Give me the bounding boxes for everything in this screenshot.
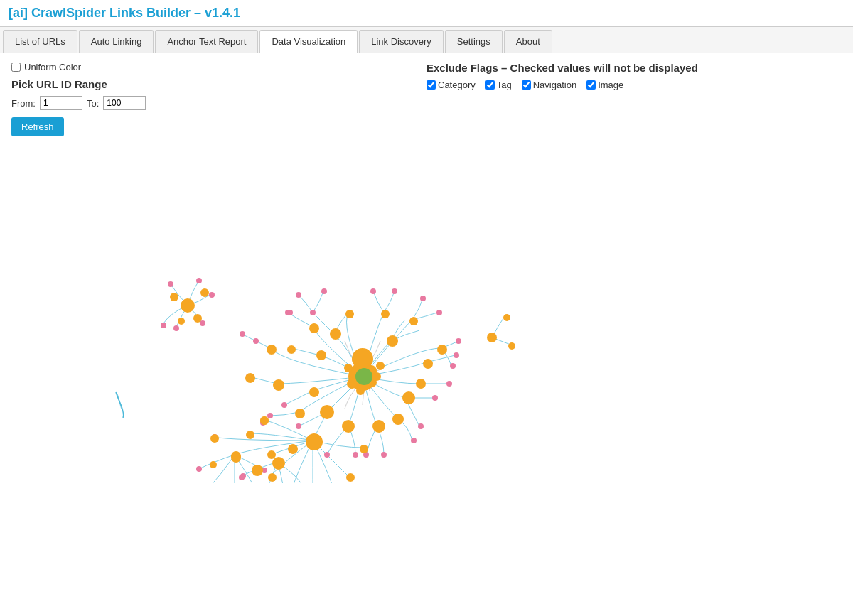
svg-point-91 bbox=[381, 310, 390, 318]
svg-point-106 bbox=[360, 445, 368, 453]
svg-point-14 bbox=[450, 363, 456, 369]
svg-point-26 bbox=[253, 338, 259, 344]
pick-url-label: Pick URL ID Range bbox=[11, 78, 426, 90]
svg-point-9 bbox=[370, 288, 376, 294]
svg-point-21 bbox=[353, 452, 358, 458]
svg-point-62 bbox=[487, 333, 497, 342]
svg-point-12 bbox=[436, 310, 442, 315]
svg-point-83 bbox=[423, 359, 433, 369]
refresh-button[interactable]: Refresh bbox=[11, 117, 64, 136]
svg-point-85 bbox=[309, 387, 319, 397]
visualization-container bbox=[11, 142, 842, 483]
svg-point-71 bbox=[356, 387, 365, 395]
svg-point-1 bbox=[196, 278, 202, 283]
svg-point-5 bbox=[161, 323, 166, 328]
tab-link-discovery[interactable]: Link Discovery bbox=[359, 30, 444, 53]
svg-point-93 bbox=[437, 345, 447, 355]
flag-category-label: Category bbox=[438, 80, 476, 90]
from-input[interactable] bbox=[40, 96, 82, 110]
svg-point-76 bbox=[387, 335, 398, 347]
svg-point-108 bbox=[246, 431, 254, 439]
svg-point-60 bbox=[193, 314, 202, 323]
isolated-curve-left bbox=[116, 392, 124, 418]
svg-point-86 bbox=[295, 409, 305, 418]
main-content: Uniform Color Pick URL ID Range From: To… bbox=[0, 53, 853, 492]
svg-point-115 bbox=[272, 457, 285, 470]
flag-category-item: Category bbox=[426, 80, 476, 90]
svg-point-18 bbox=[411, 438, 417, 443]
svg-point-58 bbox=[170, 293, 178, 301]
exclude-flags-title: Exclude Flags – Checked values will not … bbox=[426, 62, 842, 74]
svg-point-63 bbox=[503, 314, 510, 321]
to-input[interactable] bbox=[103, 96, 146, 110]
svg-point-29 bbox=[281, 402, 287, 408]
svg-point-88 bbox=[267, 345, 277, 355]
network-graph bbox=[11, 142, 842, 483]
svg-point-79 bbox=[342, 420, 355, 433]
svg-point-25 bbox=[240, 331, 245, 337]
svg-point-6 bbox=[310, 310, 316, 315]
flag-tag-label: Tag bbox=[497, 80, 512, 90]
svg-point-8 bbox=[296, 292, 301, 298]
flag-navigation-label: Navigation bbox=[533, 80, 576, 90]
svg-point-89 bbox=[309, 323, 319, 333]
flag-navigation-item: Navigation bbox=[522, 80, 576, 90]
svg-point-74 bbox=[376, 362, 385, 370]
svg-point-78 bbox=[320, 405, 334, 419]
svg-point-105 bbox=[346, 473, 355, 482]
svg-point-23 bbox=[296, 423, 301, 429]
flag-image-label: Image bbox=[598, 80, 623, 90]
uniform-color-checkbox[interactable] bbox=[11, 63, 21, 72]
right-controls: Exclude Flags – Checked values will not … bbox=[426, 62, 842, 90]
tab-about[interactable]: About bbox=[504, 30, 552, 53]
svg-point-72 bbox=[372, 372, 381, 381]
tab-list-of-urls[interactable]: List of URLs bbox=[3, 30, 77, 53]
svg-point-57 bbox=[181, 298, 195, 313]
svg-point-90 bbox=[345, 310, 354, 318]
svg-point-84 bbox=[316, 350, 326, 360]
svg-point-7 bbox=[321, 288, 327, 294]
svg-point-15 bbox=[446, 381, 452, 387]
flag-category-checkbox[interactable] bbox=[426, 80, 436, 90]
svg-point-53 bbox=[287, 310, 293, 315]
svg-point-87 bbox=[273, 379, 284, 391]
svg-point-61 bbox=[178, 318, 185, 325]
uniform-color-label: Uniform Color bbox=[24, 62, 81, 72]
svg-point-0 bbox=[168, 281, 173, 287]
svg-point-77 bbox=[402, 391, 415, 404]
svg-point-10 bbox=[392, 288, 397, 294]
from-label: From: bbox=[11, 98, 36, 109]
svg-point-116 bbox=[252, 465, 262, 475]
svg-point-19 bbox=[381, 452, 387, 458]
app-title: [ai] CrawlSpider Links Builder – v1.4.1 bbox=[0, 0, 853, 27]
svg-point-99 bbox=[288, 444, 298, 454]
flag-tag-checkbox[interactable] bbox=[485, 80, 495, 90]
tab-data-visualization[interactable]: Data Visualization bbox=[259, 30, 358, 53]
svg-point-100 bbox=[267, 450, 276, 459]
flag-tag-item: Tag bbox=[485, 80, 512, 90]
svg-point-30 bbox=[454, 352, 459, 358]
svg-point-22 bbox=[324, 452, 330, 458]
to-label: To: bbox=[87, 98, 99, 109]
svg-point-11 bbox=[420, 296, 426, 301]
svg-point-112 bbox=[210, 461, 217, 468]
svg-point-107 bbox=[260, 416, 269, 425]
svg-point-2 bbox=[209, 292, 215, 298]
tab-auto-linking[interactable]: Auto Linking bbox=[79, 30, 154, 53]
tab-anchor-text-report[interactable]: Anchor Text Report bbox=[155, 30, 258, 53]
svg-point-80 bbox=[372, 420, 385, 433]
svg-point-111 bbox=[231, 453, 241, 463]
flag-image-checkbox[interactable] bbox=[586, 80, 596, 90]
svg-point-82 bbox=[416, 379, 426, 389]
center-node bbox=[355, 368, 372, 385]
flag-navigation-checkbox[interactable] bbox=[522, 80, 531, 90]
svg-point-13 bbox=[456, 338, 461, 344]
svg-point-101 bbox=[268, 473, 277, 482]
svg-point-98 bbox=[306, 433, 323, 450]
tab-settings[interactable]: Settings bbox=[445, 30, 503, 53]
svg-point-96 bbox=[245, 373, 255, 383]
svg-point-4 bbox=[173, 325, 179, 331]
svg-point-28 bbox=[267, 413, 273, 418]
svg-point-110 bbox=[210, 434, 219, 443]
svg-point-17 bbox=[418, 423, 424, 429]
